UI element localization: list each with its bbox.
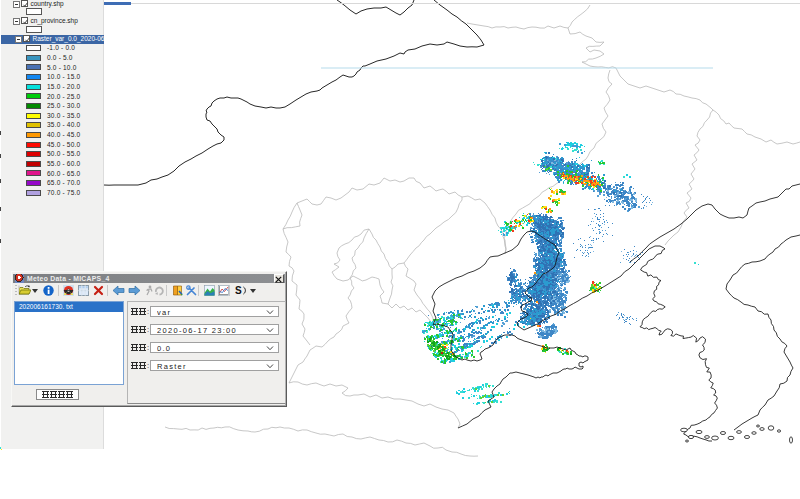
svg-text:S: S	[235, 285, 242, 296]
